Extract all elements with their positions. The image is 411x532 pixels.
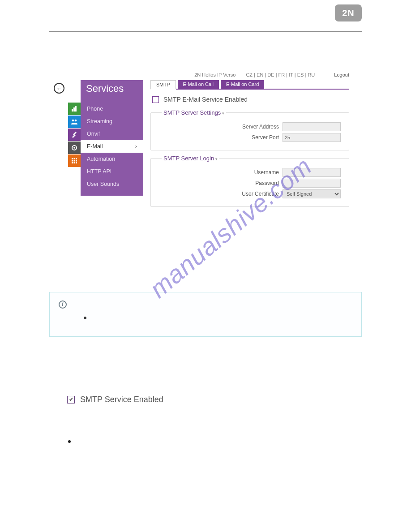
users-icon[interactable] <box>68 116 81 128</box>
svg-rect-8 <box>74 158 75 159</box>
sidebar-item-email[interactable]: E-Mail <box>81 140 143 153</box>
input-username[interactable] <box>283 168 341 177</box>
icon-strip <box>68 103 81 196</box>
standalone-checkbox[interactable] <box>67 396 75 403</box>
group-smtp-login: SMTP Server Login Username Password User… <box>150 155 349 207</box>
svg-rect-10 <box>72 160 73 162</box>
input-server-port[interactable] <box>283 133 341 142</box>
tab-smtp[interactable]: SMTP <box>150 80 176 90</box>
sidebar-item-streaming[interactable]: Streaming <box>81 115 143 128</box>
body-bullet <box>68 440 71 443</box>
sidebar-item-usersounds[interactable]: User Sounds <box>81 178 143 190</box>
svg-rect-11 <box>74 160 75 162</box>
input-server-address[interactable] <box>283 122 341 131</box>
sidebar-title: Services <box>81 80 143 103</box>
logout-link[interactable]: Logout <box>334 72 349 77</box>
info-icon: i <box>59 300 67 309</box>
svg-rect-13 <box>72 162 73 163</box>
label-server-port: Server Port <box>252 134 279 141</box>
app-screenshot: manualshive.com 2N Helios IP Verso CZ | … <box>54 72 349 211</box>
grid-icon[interactable] <box>68 154 81 167</box>
svg-rect-0 <box>72 109 73 112</box>
info-note-box: i <box>49 292 362 337</box>
svg-point-4 <box>75 120 77 122</box>
svg-rect-9 <box>76 158 77 159</box>
group-smtp-server-legend[interactable]: SMTP Server Settings <box>162 109 226 116</box>
sidebar-item-onvif[interactable]: Onvif <box>81 128 143 140</box>
svg-point-6 <box>73 147 75 149</box>
row-server-address: Server Address <box>159 122 341 131</box>
row-password: Password <box>159 179 341 188</box>
tools-icon[interactable] <box>68 129 81 141</box>
label-password: Password <box>255 180 279 186</box>
svg-rect-14 <box>74 162 75 163</box>
content-area: SMTP E-Mail on Call E-Mail on Card SMTP … <box>143 80 349 211</box>
svg-rect-15 <box>76 162 77 163</box>
back-button[interactable]: ← <box>54 83 64 94</box>
app-header: 2N Helios IP Verso CZ | EN | DE | FR | I… <box>54 72 349 80</box>
tab-email-on-card[interactable]: E-Mail on Card <box>221 80 264 89</box>
standalone-smtp-enabled: SMTP Service Enabled <box>67 395 362 404</box>
smtp-enable-row: SMTP E-Mail Service Enabled <box>150 90 349 109</box>
sidebar: Services Phone Streaming Onvif E-Mail Au… <box>81 80 143 196</box>
select-user-certificate[interactable]: Self Signed <box>283 189 341 198</box>
arrow-left-icon: ← <box>56 85 62 92</box>
sidebar-item-httpapi[interactable]: HTTP API <box>81 165 143 178</box>
svg-rect-7 <box>72 158 73 159</box>
info-bullet <box>84 317 86 319</box>
sidebar-item-phone[interactable]: Phone <box>81 103 143 115</box>
bars-icon[interactable] <box>68 103 81 115</box>
product-name: 2N Helios IP Verso <box>194 72 235 77</box>
svg-rect-1 <box>73 107 75 112</box>
smtp-enable-checkbox[interactable] <box>152 96 159 103</box>
gear-icon[interactable] <box>68 142 81 154</box>
row-user-certificate: User Certificate Self Signed <box>159 189 341 198</box>
sidebar-item-automation[interactable]: Automation <box>81 153 143 165</box>
group-smtp-server: SMTP Server Settings Server Address Serv… <box>150 109 349 150</box>
footer-divider <box>49 461 362 461</box>
row-username: Username <box>159 168 341 177</box>
input-password[interactable] <box>283 179 341 188</box>
svg-point-3 <box>72 120 74 122</box>
standalone-label: SMTP Service Enabled <box>80 395 163 404</box>
label-server-address: Server Address <box>242 124 279 130</box>
row-server-port: Server Port <box>159 133 341 142</box>
svg-rect-12 <box>76 160 77 162</box>
group-smtp-login-legend[interactable]: SMTP Server Login <box>162 155 219 162</box>
smtp-enable-label: SMTP E-Mail Service Enabled <box>163 96 248 103</box>
label-username: Username <box>254 169 279 176</box>
label-user-certificate: User Certificate <box>242 191 279 197</box>
brand-logo: 2N <box>335 4 362 21</box>
svg-rect-2 <box>75 106 77 112</box>
top-divider <box>49 31 362 32</box>
tab-bar: SMTP E-Mail on Call E-Mail on Card <box>150 80 349 90</box>
tab-email-on-call[interactable]: E-Mail on Call <box>178 80 219 89</box>
language-switcher[interactable]: CZ | EN | DE | FR | IT | ES | RU <box>246 72 315 77</box>
